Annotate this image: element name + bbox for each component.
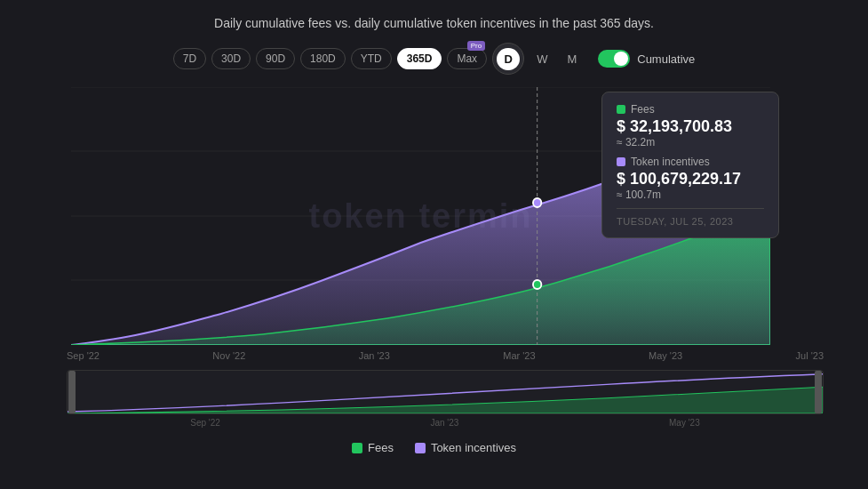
- legend-token-icon: [415, 443, 426, 453]
- x-label-nov22: Nov '22: [212, 350, 245, 361]
- granularity-w[interactable]: W: [530, 48, 554, 70]
- mini-handle-right[interactable]: [815, 371, 822, 413]
- time-btn-7d[interactable]: 7D: [173, 48, 206, 69]
- granularity-group: D: [492, 43, 524, 75]
- time-btn-365d[interactable]: 365D: [397, 48, 442, 69]
- cumulative-toggle[interactable]: [598, 50, 630, 68]
- chart-title: Daily cumulative fees vs. daily cumulati…: [0, 0, 868, 43]
- mini-fees-area: [68, 387, 823, 413]
- tooltip-fees-approx: ≈ 32.2m: [617, 136, 764, 148]
- time-btn-90d[interactable]: 90D: [256, 48, 295, 69]
- pro-badge: Pro: [467, 41, 485, 51]
- time-btn-max[interactable]: Max: [447, 48, 487, 69]
- x-label-jul23: Jul '23: [796, 350, 824, 361]
- legend-fees-label: Fees: [368, 441, 394, 454]
- legend-token: Token incentives: [415, 441, 516, 454]
- fees-cursor-dot: [533, 280, 541, 289]
- tooltip: Fees $ 32,193,700.83 ≈ 32.2m Token incen…: [601, 92, 779, 238]
- granularity-m[interactable]: M: [560, 48, 584, 70]
- x-label-may23: May '23: [649, 350, 682, 361]
- main-chart: token termin: [71, 87, 770, 345]
- legend-fees: Fees: [352, 441, 394, 454]
- time-btn-ytd[interactable]: YTD: [351, 48, 392, 69]
- mini-label-sep22: Sep '22: [190, 418, 220, 428]
- time-btn-180d[interactable]: 180D: [300, 48, 346, 69]
- x-label-jan23: Jan '23: [359, 350, 390, 361]
- fees-dot-icon: [617, 105, 625, 114]
- mini-handle-left[interactable]: [68, 371, 76, 413]
- cumulative-toggle-group: Cumulative: [598, 50, 695, 68]
- mini-label-may23: May '23: [669, 418, 700, 428]
- mini-label-jan23: Jan '23: [430, 418, 458, 428]
- mini-chart-svg: [68, 371, 823, 413]
- legend-token-label: Token incentives: [431, 441, 516, 454]
- tooltip-token-approx: ≈ 100.7m: [617, 188, 764, 201]
- tooltip-token-row: Token incentives $ 100,679,229.17 ≈ 100.…: [617, 156, 764, 201]
- token-dot-icon: [617, 157, 625, 166]
- x-axis: Sep '22 Nov '22 Jan '23 Mar '23 May '23 …: [67, 350, 824, 361]
- legend-fees-icon: [352, 443, 362, 453]
- x-label-mar23: Mar '23: [503, 350, 535, 361]
- x-label-sep22: Sep '22: [67, 350, 100, 361]
- legend: Fees Token incentives: [0, 441, 868, 454]
- controls-bar: 7D 30D 90D 180D YTD 365D Pro Max D W M C…: [0, 43, 868, 75]
- token-cursor-dot: [533, 198, 541, 207]
- tooltip-token-value: $ 100,679,229.17: [617, 170, 764, 188]
- tooltip-token-label: Token incentives: [617, 156, 764, 168]
- tooltip-fees-value: $ 32,193,700.83: [617, 117, 764, 136]
- tooltip-fees-row: Fees $ 32,193,700.83 ≈ 32.2m: [617, 103, 764, 148]
- cumulative-label: Cumulative: [637, 52, 695, 66]
- tooltip-date: TUESDAY, JUL 25, 2023: [617, 208, 764, 227]
- mini-chart: Sep '22 Jan '23 May '23: [67, 370, 824, 414]
- granularity-d[interactable]: D: [497, 48, 519, 70]
- tooltip-fees-label: Fees: [617, 103, 764, 116]
- time-btn-30d[interactable]: 30D: [211, 48, 251, 69]
